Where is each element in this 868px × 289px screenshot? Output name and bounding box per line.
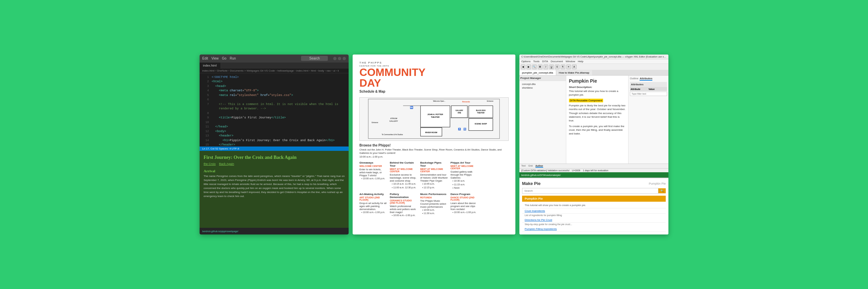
toolbar-btn-2[interactable]: ▶ (526, 65, 531, 69)
toolbar-btn-5[interactable]: S (555, 65, 560, 69)
code-editor[interactable]: 1<!DOCTYPE html> 2<html> 3 <head> 4 <met… (199, 73, 349, 146)
pipes-tour-title: Backstage Pipes Tour (420, 161, 448, 167)
toolbar-btn-italic[interactable]: I (544, 65, 548, 69)
toolbar-btn-1[interactable]: ◀ (521, 65, 525, 69)
vscode-window: Edit View Go Run Search index.html index… (199, 55, 349, 235)
nav-link-back[interactable]: Back Again (219, 162, 234, 166)
preview-topic-title: Pumpkin Pie (522, 196, 666, 202)
toolbar-btn-7[interactable]: ≡ (566, 65, 571, 69)
github-link[interactable]: berdrick.github.io/pippinswebpage/ (202, 230, 239, 232)
dita-github-link[interactable]: berdrick.github.io/DITAhowtomakepie/ (521, 174, 561, 176)
attr-header-value: Value (648, 88, 666, 90)
menu-help[interactable]: Help (578, 60, 583, 63)
event-curtain-tour: Behind the Curtain Tour MEET AT WELCOME … (390, 161, 417, 190)
tab-text[interactable]: Text (521, 165, 526, 168)
menu-run[interactable]: Run (230, 57, 236, 60)
phipps-logo-text: THE PHIPPS (359, 61, 508, 64)
art-making-time: 10:00 a.m.–1:00 p.m. (361, 211, 387, 214)
toolbar-btn-8[interactable]: A (572, 65, 577, 69)
music-location: ROTUNDA (420, 196, 448, 199)
dita-window: C:\Users\Beard\OneDrive\Documents\Webpag… (519, 55, 669, 235)
attributes-panel-title: Attributes (630, 82, 667, 87)
menu-view[interactable]: View (211, 57, 219, 60)
dita-titlebar: C:\Users\Beard\OneDrive\Documents\Webpag… (519, 55, 669, 59)
menu-options[interactable]: Options (521, 60, 531, 63)
svg-text:RIVER ROOM: RIVER ROOM (425, 131, 437, 133)
toc-sub-1: List of ingredients for pumpkin filling (522, 214, 666, 217)
menu-document[interactable]: Document (551, 60, 563, 63)
tab-outline[interactable]: Outline (630, 77, 638, 81)
menu-edit[interactable]: Edit (202, 57, 208, 60)
toolbar-btn-6[interactable]: ¶ (561, 65, 565, 69)
dance-title: Dance Program (451, 193, 478, 196)
preview-search-button[interactable]: 🔍 (658, 188, 666, 193)
preview-right-title: Pumpkin Pie (649, 182, 666, 185)
event-art-making: Art-Making Activity ART STUDIO (2ND FLOO… (359, 193, 387, 217)
art-making-location: ART STUDIO (2ND FLOOR) (359, 196, 387, 201)
svg-text:To Communities & Art Studios: To Communities & Art Studios (382, 134, 403, 136)
events-grid: Giveaways WELCOME CENTER Enter to win ti… (359, 161, 508, 190)
music-desc: The Phipps Music Council presents select… (420, 200, 448, 208)
svg-text:THEATER: THEATER (477, 112, 485, 114)
filter-input[interactable] (630, 92, 667, 96)
left-panel-title: Project Manager (519, 76, 566, 81)
menu-tools[interactable]: Tools (533, 60, 539, 63)
toc-item-1[interactable]: Crust Ingredients (522, 208, 666, 214)
menu-dita[interactable]: DITA (542, 60, 548, 63)
toolbar-btn-underline[interactable]: U (549, 65, 554, 69)
doc-tab-ditamap[interactable]: How to Make Pie.ditamap (556, 70, 592, 75)
tab-grid[interactable]: Grid (528, 165, 533, 168)
toolbar-btn-bold[interactable]: B (538, 65, 542, 69)
toc-item-2[interactable]: Directions for Pie Crust (522, 217, 666, 223)
short-desc-text: This tutorial will show you how to creat… (569, 89, 625, 97)
map-svg: JOHN H. POTTER THEATER GALLERY ONE BLACK… (360, 98, 508, 141)
nav-link-croix[interactable]: the Croix (204, 162, 216, 166)
tree-item-shortdesc[interactable]: shortdesc (521, 86, 565, 89)
attr-headers: Attribute Value (630, 87, 667, 91)
curtain-tour-location: MEET AT WELCOME CENTER (390, 168, 417, 173)
dita-toolbar: ◀ ▶ 🔍 B I U S ¶ ≡ A (519, 64, 669, 70)
preview-search-input[interactable] (522, 188, 658, 194)
event-giveaways: Giveaways WELCOME CENTER Enter to win ti… (359, 161, 387, 190)
minimize-btn[interactable] (333, 57, 337, 60)
giveaways-time: 10:00 a.m.–1:00 p.m. (361, 177, 387, 181)
phipps-window: THE PHIPPS CENTER FOR THE ARTS COMMUNITY… (352, 55, 515, 235)
dita-editor-area[interactable]: Pumpkin Pie Short Description: This tuto… (566, 76, 628, 164)
tab-attributes[interactable]: Attributes (640, 77, 652, 81)
tab-index-html[interactable]: index.html (199, 63, 220, 69)
doc-tab-concept[interactable]: pumpkin_pie_concept.dita (519, 70, 556, 75)
pottery-title: Pottery Demonstration (390, 193, 417, 199)
art-tour-time-3: Noon (453, 186, 478, 190)
svg-text:ATRIUM: ATRIUM (390, 117, 397, 119)
doc-tabs: pumpkin_pie_concept.dita How to Make Pie… (519, 70, 669, 76)
art-tour-title: Phipps Art Tour (451, 161, 478, 164)
menu-go[interactable]: Go (222, 57, 226, 60)
svg-text:BLACK BOX: BLACK BOX (476, 110, 486, 111)
browse-section: Browse the Phipps! Check out the John H.… (359, 144, 508, 159)
preview-nav: the Croix Back Again (204, 162, 345, 166)
screenshots-container: Edit View Go Run Search index.html index… (199, 55, 669, 235)
art-tour-desc: Guided gallery walk through the Phipps G… (451, 170, 478, 179)
preview-app-title: Make Pie (522, 181, 541, 186)
svg-text:♿: ♿ (458, 128, 461, 131)
tab-author[interactable]: Author (535, 165, 543, 168)
svg-text:Entrance: Entrance (372, 122, 378, 123)
body-text-1: Pumpkin pie is likely the best pie for e… (569, 104, 625, 122)
vscode-menu: Edit View Go Run (202, 57, 236, 60)
preview-body-text: The name Peregrine comes from the latin … (204, 174, 345, 198)
dita-component-highlight: DITA Reusable Component (569, 99, 603, 102)
close-btn[interactable] (343, 57, 346, 60)
svg-text:Rotunda: Rotunda (462, 101, 470, 103)
toolbar-btn-3[interactable]: 🔍 (532, 65, 537, 69)
vscode-search[interactable]: Search (301, 56, 328, 61)
maximize-btn[interactable] (338, 57, 341, 60)
browser-preview: First Journey: Over the Croix and Back A… (199, 151, 349, 228)
menu-window[interactable]: Window (566, 60, 575, 63)
art-tour-time-2: 11:15 a.m. (453, 183, 478, 187)
dance-desc: Learn about the dance program and see cl… (451, 202, 478, 211)
dita-menubar: Options Tools DITA Document Window Help (519, 59, 669, 64)
toc-item-3[interactable]: Pumpkin Filling Ingredients (522, 226, 666, 232)
tree-item-concept[interactable]: concept.dita (521, 82, 565, 86)
status-unicode: U+0009 (572, 169, 580, 172)
preview-search-bar: 🔍 (522, 188, 666, 194)
